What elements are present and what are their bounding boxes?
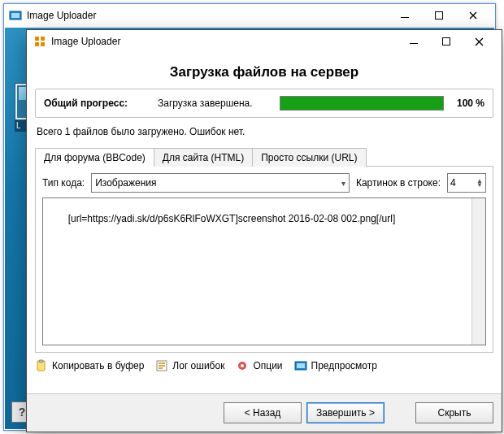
dialog-maximize-button[interactable]: [430, 30, 463, 53]
page-title: Загрузка файлов на сервер: [35, 64, 493, 80]
log-icon: [155, 359, 168, 372]
progress-percent: 100 %: [452, 98, 484, 109]
log-label: Лог ошибок: [172, 360, 224, 371]
svg-rect-5: [41, 37, 45, 41]
pics-per-row-label: Картинок в строке:: [356, 177, 441, 189]
svg-rect-7: [41, 42, 45, 46]
code-type-value: Изображения: [95, 177, 156, 189]
chevron-down-icon: ▾: [341, 179, 345, 188]
back-button[interactable]: < Назад: [224, 402, 302, 423]
upload-dialog: Image Uploader Загрузка файлов на сервер…: [26, 29, 502, 432]
dialog-minimize-button[interactable]: [398, 30, 430, 53]
svg-rect-6: [35, 42, 39, 46]
svg-point-14: [241, 364, 244, 367]
dialog-app-icon: [33, 35, 46, 48]
preview-button[interactable]: Предпросмотр: [294, 359, 377, 372]
progress-bar-fill: [280, 97, 443, 110]
preview-icon: [294, 359, 307, 372]
app-icon: [9, 9, 22, 22]
progress-panel: Общий прогресс: Загрузка завершена. 100 …: [35, 89, 493, 118]
code-type-label: Тип кода:: [42, 177, 85, 189]
options-label: Опции: [253, 360, 282, 371]
dialog-title: Image Uploader: [51, 36, 120, 47]
dialog-footer: < Назад Завершить > Скрыть: [27, 393, 502, 432]
svg-rect-16: [297, 363, 305, 368]
finish-button[interactable]: Завершить >: [306, 402, 385, 423]
copy-button[interactable]: Копировать в буфер: [35, 359, 144, 372]
textarea-scrollbar[interactable]: [471, 198, 485, 345]
progress-bar: [280, 96, 444, 111]
code-type-select[interactable]: Изображения ▾: [91, 173, 350, 193]
parent-titlebar: Image Uploader: [4, 4, 495, 27]
pics-per-row-value: 4: [450, 177, 456, 189]
clipboard-icon: [35, 359, 48, 372]
tab-url[interactable]: Просто ссылки (URL): [252, 148, 366, 167]
progress-label: Общий прогресс:: [44, 98, 150, 109]
pics-per-row-stepper[interactable]: 4 ▲▼: [447, 173, 486, 193]
options-button[interactable]: Опции: [236, 359, 282, 372]
parent-minimize-button[interactable]: [388, 4, 422, 27]
log-button[interactable]: Лог ошибок: [155, 359, 224, 372]
svg-rect-3: [436, 12, 443, 20]
parent-maximize-button[interactable]: [422, 4, 456, 27]
svg-rect-11: [39, 360, 43, 362]
copy-label: Копировать в буфер: [52, 360, 144, 371]
svg-rect-9: [443, 38, 450, 46]
gear-icon: [236, 359, 249, 372]
svg-rect-4: [35, 37, 39, 41]
stepper-arrows-icon: ▲▼: [476, 179, 483, 187]
upload-summary: Всего 1 файлов было загружено. Ошибок не…: [37, 126, 493, 137]
parent-close-button[interactable]: [456, 4, 490, 27]
progress-status: Загрузка завершена.: [158, 98, 272, 109]
dialog-titlebar: Image Uploader: [27, 30, 502, 53]
tab-bbcode[interactable]: Для форума (BBCode): [35, 148, 154, 167]
tab-panel: Тип кода: Изображения ▾ Картинок в строк…: [35, 166, 493, 353]
preview-label: Предпросмотр: [311, 360, 377, 371]
hide-button[interactable]: Скрыть: [415, 402, 493, 423]
output-tabs: Для форума (BBCode) Для сайта (HTML) Про…: [35, 147, 493, 166]
dialog-body: Загрузка файлов на сервер Общий прогресс…: [27, 53, 502, 393]
output-textarea[interactable]: [url=https://yadi.sk/d/p6sK6RlFoWXGT]scr…: [42, 197, 486, 345]
action-bar: Копировать в буфер Лог ошибок Опции Пред…: [35, 353, 493, 379]
svg-rect-1: [11, 13, 20, 18]
parent-title: Image Uploader: [27, 10, 96, 21]
tab-html[interactable]: Для сайта (HTML): [154, 148, 253, 167]
svg-rect-2: [401, 17, 409, 18]
svg-rect-8: [410, 43, 418, 44]
dialog-close-button[interactable]: [463, 30, 495, 53]
output-text: [url=https://yadi.sk/d/p6sK6RlFoWXGT]scr…: [68, 213, 396, 224]
